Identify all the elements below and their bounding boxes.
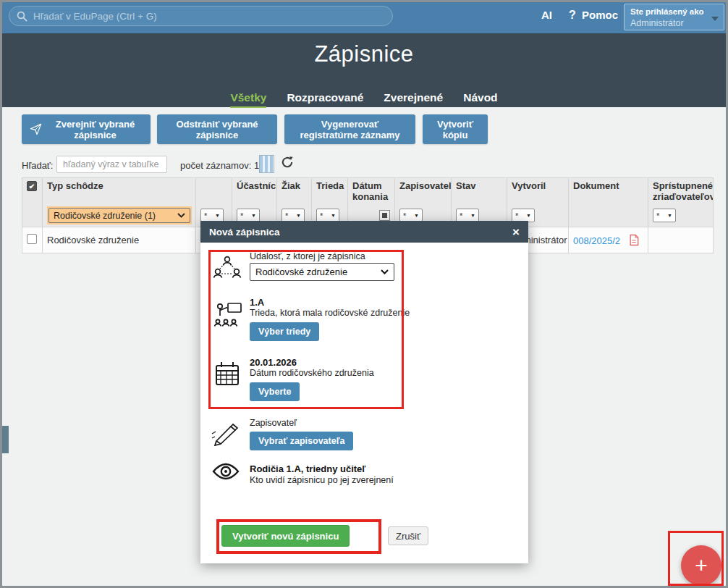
col-ucastnici: Účastníci <box>232 178 277 205</box>
paper-plane-icon <box>29 122 43 136</box>
class-select-button[interactable]: Výber triedy <box>250 322 319 341</box>
edupage-window: AI ? Pomoc Ste prihlásený ako Administrá… <box>0 0 728 588</box>
chevron-down-icon <box>711 17 719 21</box>
account-user: Administrátor <box>630 17 711 29</box>
event-label: Udalosť, z ktorej je zápisnica <box>250 251 365 261</box>
table-search-label: Hľadať: <box>22 160 53 171</box>
col-ziak: Žiak <box>277 178 312 205</box>
account-label: Ste prihlásený ako <box>630 7 711 17</box>
modal-header: Nová zápisnica × <box>200 221 528 243</box>
dropdown-caret-icon <box>381 269 389 274</box>
col-vytvoril: Vytvoril <box>507 178 569 205</box>
date-value: 20.01.2026 <box>250 357 297 368</box>
new-zapisnica-modal: Nová zápisnica × Udalosť, z ktorej je zá… <box>200 221 528 563</box>
help-icon[interactable]: ? <box>569 9 576 22</box>
tab-bar: Všetky Rozpracované Zverejnené Návod <box>0 91 728 108</box>
col-datum-konania: Dátum konania <box>348 178 395 205</box>
type-filter-select[interactable]: Rodičovské združenie (1) <box>48 208 190 223</box>
delete-selected-button[interactable]: Odstrániť vybrané zápisnice <box>157 114 277 144</box>
col-trieda: Trieda <box>312 178 348 205</box>
add-button[interactable]: + <box>681 545 721 586</box>
date-select-button[interactable]: Vyberte <box>250 382 300 401</box>
row-checkbox[interactable] <box>27 234 37 244</box>
table-search-input[interactable] <box>56 156 167 173</box>
col-typ-schodze: Typ schôdze <box>43 178 196 205</box>
pdf-icon[interactable] <box>629 234 639 246</box>
col-empty <box>196 178 232 205</box>
help-button[interactable]: Pomoc <box>582 9 618 21</box>
global-search-input[interactable] <box>33 11 385 22</box>
col-spristupnene: Sprístupnené zriaďovateľovi <box>648 178 714 205</box>
visibility-label: Kto uvidí zápisnicu po jej zverejnení <box>250 475 394 485</box>
modal-title: Nová zápisnica <box>209 227 280 238</box>
visibility-value: Rodičia 1.A, triedny učiteľ <box>250 463 365 474</box>
type-filter-highlight: Rodičovské združenie (1) <box>47 206 192 224</box>
ai-button[interactable]: AI <box>541 9 552 21</box>
page-title: Zápisnice <box>0 41 728 67</box>
meeting-people-icon <box>212 253 242 283</box>
dropdown-caret-icon <box>177 213 185 218</box>
tab-navod[interactable]: Návod <box>463 91 497 108</box>
eye-icon <box>212 461 240 482</box>
filter-select-spristupnene[interactable]: *▼ <box>653 209 676 222</box>
classroom-icon <box>212 301 244 331</box>
page-header: Zápisnice Všetky Rozpracované Zverejnené… <box>0 33 728 107</box>
row-type: Rodičovské združenie <box>43 227 196 253</box>
search-icon <box>17 11 27 22</box>
publish-selected-label: Zverejniť vybrané zápisnice <box>47 119 143 140</box>
refresh-icon[interactable] <box>281 156 294 169</box>
scribe-label: Zapisovateľ <box>250 418 297 428</box>
columns-icon[interactable] <box>259 155 274 173</box>
type-filter-value: Rodičovské združenie (1) <box>54 211 156 221</box>
create-copy-button[interactable]: Vytvoriť kópiu <box>423 114 488 144</box>
scribe-select-button[interactable]: Vybrať zapisovateľa <box>250 432 353 450</box>
side-drawer-handle[interactable] <box>2 426 9 453</box>
publish-selected-button[interactable]: Zverejniť vybrané zápisnice <box>22 114 151 144</box>
class-value: 1.A <box>250 297 264 308</box>
event-select[interactable]: Rodičovské združenie <box>250 263 394 281</box>
account-menu[interactable]: Ste prihlásený ako Administrátor <box>624 4 724 30</box>
generate-registry-button[interactable]: Vygenerovať registratúrne záznamy <box>284 114 415 144</box>
class-label: Trieda, ktorá mala rodičovské združenie <box>250 308 410 318</box>
document-link[interactable]: 008/2025/2 <box>573 235 620 246</box>
create-zapisnica-button[interactable]: Vytvoriť novú zápisnicu <box>221 525 350 547</box>
date-filter-icon[interactable] <box>379 210 390 221</box>
tab-vsetky[interactable]: Všetky <box>230 91 266 108</box>
plus-icon: + <box>695 553 708 578</box>
pen-icon <box>211 422 241 447</box>
tab-zverejnene[interactable]: Zverejnené <box>384 91 443 108</box>
global-search[interactable] <box>9 6 393 26</box>
select-all-checkbox[interactable]: ✔ <box>27 181 37 191</box>
col-stav: Stav <box>452 178 507 205</box>
col-dokument: Dokument <box>569 178 648 205</box>
cancel-button[interactable]: Zrušiť <box>388 526 428 545</box>
date-label: Dátum rodičovského združenia <box>250 368 374 378</box>
event-select-value: Rodičovské združenie <box>255 266 347 277</box>
col-zapisovatelia: Zapisovatelia <box>395 178 452 205</box>
record-count: počet záznamov: 1 <box>180 160 259 171</box>
close-icon[interactable]: × <box>512 226 520 238</box>
calendar-icon <box>213 360 241 389</box>
table-header-row: ✔ Typ schôdze Účastníci Žiak Trieda Dátu… <box>22 178 714 205</box>
top-bar: AI ? Pomoc Ste prihlásený ako Administrá… <box>0 0 728 33</box>
tab-rozpracovane[interactable]: Rozpracované <box>287 91 363 108</box>
